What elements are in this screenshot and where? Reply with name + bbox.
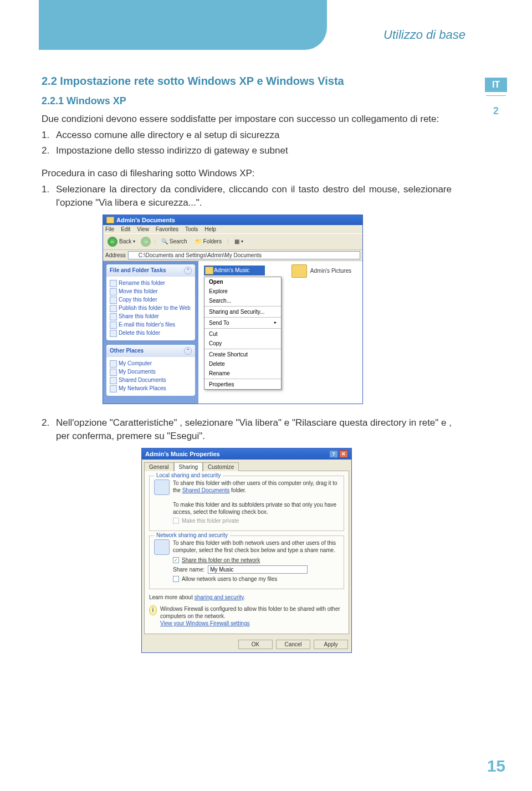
back-button[interactable]: ←Back▾ bbox=[105, 236, 137, 248]
cancel-button[interactable]: Cancel bbox=[276, 640, 310, 649]
place-link[interactable]: My Computer bbox=[110, 359, 192, 368]
tab-customize[interactable]: Customize bbox=[203, 462, 239, 471]
checkbox-label: Share this folder on the network bbox=[182, 557, 260, 563]
procedure-heading: Procedura in caso di filesharing sotto W… bbox=[42, 167, 452, 181]
tab-panel: Local sharing and security To share this… bbox=[144, 471, 349, 634]
shared-docs-link[interactable]: Shared Documents bbox=[182, 487, 230, 493]
task-link[interactable]: Delete this folder bbox=[110, 329, 192, 337]
address-bar: Address C:\Documents and Settings\Admin\… bbox=[103, 250, 362, 261]
step-2: Nell'opzione "Caratteristiche" , selezio… bbox=[56, 416, 452, 443]
views-icon: ▦ bbox=[234, 238, 239, 244]
task-link[interactable]: Publish this folder to the Web bbox=[110, 304, 192, 312]
address-field[interactable]: C:\Documents and Settings\Admin\My Docum… bbox=[128, 251, 360, 259]
network-sharing-group: Network sharing and security To share th… bbox=[149, 535, 344, 589]
tab-general[interactable]: General bbox=[144, 462, 174, 471]
tab-sharing[interactable]: Sharing bbox=[174, 462, 203, 471]
menu-item[interactable]: Favorites bbox=[156, 226, 178, 232]
selected-folder[interactable]: Admin's Music bbox=[204, 266, 265, 275]
address-label: Address bbox=[105, 252, 126, 258]
checkbox-icon bbox=[173, 576, 179, 582]
back-icon: ← bbox=[108, 237, 117, 247]
learn-link[interactable]: sharing and security bbox=[195, 594, 244, 600]
firewall-info: i Windows Firewall is configured to allo… bbox=[149, 603, 344, 629]
folders-icon: 📁 bbox=[195, 238, 202, 244]
window-title: Admin's Documents bbox=[116, 217, 175, 223]
firewall-link[interactable]: View your Windows Firewall settings bbox=[160, 620, 250, 626]
sidebar: File and Folder Tasks⌃ Rename this folde… bbox=[103, 261, 198, 404]
checkbox-icon: ✓ bbox=[173, 557, 179, 563]
close-button[interactable]: ✕ bbox=[339, 450, 348, 458]
menu-item[interactable]: Edit bbox=[121, 226, 130, 232]
network-text: To share this folder with both network u… bbox=[173, 539, 339, 554]
menu-item-rename[interactable]: Rename bbox=[204, 369, 281, 378]
menu-item[interactable]: View bbox=[137, 226, 149, 232]
tasks-panel: File and Folder Tasks⌃ Rename this folde… bbox=[106, 264, 195, 340]
address-path: C:\Documents and Settings\Admin\My Docum… bbox=[139, 252, 262, 258]
place-link[interactable]: My Network Places bbox=[110, 384, 192, 392]
dropdown-icon: ▾ bbox=[133, 239, 135, 244]
context-menu: Open Explore Search... Sharing and Secur… bbox=[204, 277, 282, 390]
side-divider bbox=[486, 95, 506, 96]
menu-item-shortcut[interactable]: Create Shortcut bbox=[204, 350, 281, 359]
panel-title: Other Places bbox=[110, 348, 144, 354]
back-label: Back bbox=[119, 238, 131, 244]
help-button[interactable]: ? bbox=[329, 450, 338, 458]
forward-button[interactable]: → bbox=[141, 237, 151, 247]
private-checkbox[interactable]: Make this folder private bbox=[173, 518, 339, 524]
local-sharing-group: Local sharing and security To share this… bbox=[149, 476, 344, 531]
menu-item[interactable]: Tools bbox=[185, 226, 198, 232]
page-number: 15 bbox=[487, 757, 505, 775]
menu-item-properties[interactable]: Properties bbox=[204, 380, 281, 389]
views-button[interactable]: ▦▾ bbox=[232, 237, 245, 246]
menu-item-delete[interactable]: Delete bbox=[204, 359, 281, 369]
task-link[interactable]: Copy this folder bbox=[110, 295, 192, 304]
folders-label: Folders bbox=[203, 238, 222, 244]
toolbar: ←Back▾ → | 🔍Search 📁Folders | ▦▾ bbox=[103, 233, 362, 250]
learn-more: Learn more about sharing and security. bbox=[149, 594, 344, 601]
menu-item[interactable]: Help bbox=[204, 226, 216, 232]
folder-label: Admin's Pictures bbox=[310, 268, 351, 274]
share-name-row: Share name: bbox=[173, 565, 339, 574]
heading-3: 2.2.1 Windows XP bbox=[42, 95, 452, 107]
folder-icon bbox=[130, 252, 137, 258]
panel-title: File and Folder Tasks bbox=[110, 267, 166, 273]
share-checkbox[interactable]: ✓Share this folder on the network bbox=[173, 557, 339, 563]
places-panel: Other Places⌃ My Computer My Documents S… bbox=[106, 345, 195, 396]
menu-item-sendto[interactable]: Send To bbox=[204, 318, 281, 328]
info-text: Windows Firewall is configured to allow … bbox=[160, 606, 340, 619]
apply-button[interactable]: Apply bbox=[314, 640, 348, 649]
task-link[interactable]: Share this folder bbox=[110, 312, 192, 320]
group-legend: Network sharing and security bbox=[154, 532, 230, 538]
menu-item-search[interactable]: Search... bbox=[204, 296, 281, 305]
info-icon: i bbox=[149, 605, 157, 615]
dialog-title: Admin's Music Properties bbox=[145, 451, 220, 457]
menu-item-sharing[interactable]: Sharing and Security... bbox=[204, 307, 281, 317]
collapse-icon[interactable]: ⌃ bbox=[184, 347, 192, 355]
collapse-icon[interactable]: ⌃ bbox=[184, 267, 192, 274]
list-num: 2. bbox=[42, 416, 56, 443]
window-titlebar: Admin's Documents bbox=[103, 215, 362, 225]
search-button[interactable]: 🔍Search bbox=[159, 237, 190, 246]
folders-button[interactable]: 📁Folders bbox=[193, 237, 224, 246]
dialog-titlebar: Admin's Music Properties ? ✕ bbox=[142, 448, 351, 460]
menu-item-cut[interactable]: Cut bbox=[204, 329, 281, 339]
share-name-input[interactable] bbox=[208, 565, 308, 574]
task-link[interactable]: Move this folder bbox=[110, 287, 192, 295]
folder-view: Admin's Music Admin's Pictures Open Expl… bbox=[198, 261, 362, 404]
task-link[interactable]: E-mail this folder's files bbox=[110, 320, 192, 329]
menu-item-copy[interactable]: Copy bbox=[204, 339, 281, 348]
place-link[interactable]: My Documents bbox=[110, 368, 192, 376]
menu-item[interactable]: File bbox=[105, 226, 114, 232]
allow-change-checkbox[interactable]: Allow network users to change my files bbox=[173, 576, 339, 582]
search-label: Search bbox=[170, 238, 187, 244]
task-link[interactable]: Rename this folder bbox=[110, 279, 192, 287]
place-link[interactable]: Shared Documents bbox=[110, 376, 192, 384]
pictures-folder[interactable]: Admin's Pictures bbox=[291, 264, 351, 278]
ok-button[interactable]: OK bbox=[238, 640, 273, 649]
menu-item-explore[interactable]: Explore bbox=[204, 287, 281, 296]
condition-2: Impostazione dello stesso indirizzo di g… bbox=[56, 144, 288, 158]
checkbox-label: Allow network users to change my files bbox=[182, 576, 277, 582]
menu-item-open[interactable]: Open bbox=[204, 277, 281, 287]
network-icon bbox=[154, 539, 170, 555]
tab-strip: General Sharing Customize bbox=[142, 460, 351, 471]
